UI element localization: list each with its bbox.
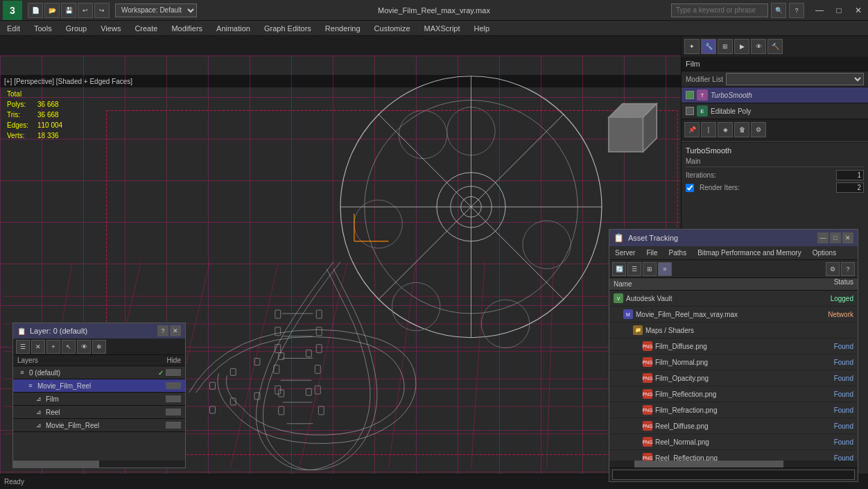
at-row-10[interactable]: PNG Reel_Reflection.png Found — [609, 450, 858, 461]
configure-btn[interactable]: ⚙ — [751, 122, 766, 137]
lp-row-vis-3[interactable] — [166, 409, 181, 415]
modifier-editable-poly[interactable]: E Editable Poly — [682, 103, 868, 119]
at-row-7[interactable]: PNG Film_Refraction.png Found — [609, 402, 858, 418]
menu-views[interactable]: Views — [94, 21, 128, 36]
menu-animation[interactable]: Animation — [209, 21, 257, 36]
at-row-0[interactable]: V Autodesk Vault Logged — [609, 291, 858, 307]
search-btn[interactable]: 🔍 — [771, 3, 786, 18]
at-refresh-btn[interactable]: 🔄 — [612, 262, 626, 276]
lp-row-2[interactable]: ⊿ Film — [13, 393, 185, 406]
rpanel-display-icon[interactable]: 👁 — [751, 39, 766, 54]
lp-help-btn[interactable]: ? — [157, 325, 168, 336]
ts-iterations-input[interactable] — [836, 170, 864, 180]
lp-row-vis-4[interactable] — [166, 422, 181, 429]
at-minimize-btn[interactable]: — — [817, 232, 828, 243]
at-row-4[interactable]: PNG Film_Normal.png Found — [609, 354, 858, 370]
at-list-btn[interactable]: ☰ — [627, 262, 641, 276]
lp-add-btn[interactable]: + — [46, 340, 60, 354]
menu-edit[interactable]: Edit — [0, 21, 27, 36]
asset-tracking-window: 📋 Asset Tracking — □ ✕ Server File Paths… — [609, 229, 858, 482]
at-row-2[interactable]: 📁 Maps / Shaders — [609, 323, 858, 338]
lp-freeze-btn[interactable]: ❄ — [92, 340, 106, 354]
at-status-input[interactable] — [612, 470, 855, 480]
at-menu-file[interactable]: File — [641, 246, 663, 260]
menu-modifiers[interactable]: Modifiers — [164, 21, 209, 36]
at-help-btn[interactable]: ? — [841, 262, 855, 276]
lp-row-vis-0[interactable] — [166, 369, 181, 376]
lp-row-0[interactable]: ≡ 0 (default) ✓ — [13, 366, 185, 379]
menu-rendering[interactable]: Rendering — [318, 21, 367, 36]
at-menu-server[interactable]: Server — [609, 246, 641, 260]
at-settings-btn[interactable]: ⚙ — [826, 262, 840, 276]
menu-maxscript[interactable]: MAXScript — [417, 21, 467, 36]
at-row-icon-1: M — [623, 309, 633, 319]
show-end-btn[interactable]: | — [701, 122, 716, 137]
at-row-9[interactable]: PNG Reel_Normal.png Found — [609, 434, 858, 450]
rpanel-create-icon[interactable]: ✦ — [684, 39, 700, 54]
workspace-select[interactable]: Workspace: Default — [115, 3, 197, 17]
search-input[interactable] — [671, 3, 768, 17]
lp-select-btn[interactable]: ↖ — [62, 340, 76, 354]
menu-graph-editors[interactable]: Graph Editors — [257, 21, 318, 36]
make-unique-btn[interactable]: ◈ — [718, 122, 733, 137]
at-maximize-btn[interactable]: □ — [830, 232, 841, 243]
at-menu-bitmap-performance[interactable]: Bitmap Performance and Memory — [692, 246, 807, 260]
lp-row-3[interactable]: ⊿ Reel — [13, 406, 185, 419]
new-btn[interactable]: 📄 — [28, 3, 43, 18]
lp-scrollbar[interactable] — [13, 461, 185, 467]
at-row-5[interactable]: PNG Film_Opacity.png Found — [609, 370, 858, 386]
at-scrollbar-thumb[interactable] — [634, 461, 783, 467]
lp-row-label-4: Movie_Film_Reel — [46, 422, 156, 429]
rpanel-modify-icon[interactable]: 🔧 — [701, 39, 716, 54]
at-row-icon-4: PNG — [643, 357, 652, 367]
lp-close-btn[interactable]: ✕ — [170, 325, 181, 336]
undo-btn[interactable]: ↩ — [78, 3, 93, 18]
lp-hide-btn[interactable]: 👁 — [77, 340, 91, 354]
rpanel-motion-icon[interactable]: ▶ — [734, 39, 749, 54]
close-btn[interactable]: ✕ — [849, 1, 868, 20]
lp-row-1[interactable]: ≡ Movie_Film_Reel — [13, 379, 185, 393]
at-row-8[interactable]: PNG Reel_Diffuse.png Found — [609, 418, 858, 434]
help-btn[interactable]: ? — [789, 3, 804, 18]
menu-customize[interactable]: Customize — [367, 21, 417, 36]
at-table-body: V Autodesk Vault Logged M Movie_Film_Ree… — [609, 291, 858, 461]
menu-group[interactable]: Group — [59, 21, 94, 36]
lp-row-vis-2[interactable] — [166, 395, 181, 402]
minimize-btn[interactable]: — — [810, 1, 829, 20]
at-row-6[interactable]: PNG Film_Reflection.png Found — [609, 386, 858, 402]
redo-btn[interactable]: ↪ — [94, 3, 110, 18]
at-detail-btn[interactable]: ≡ — [658, 262, 672, 276]
at-row-3[interactable]: PNG Film_Diffuse.png Found — [609, 338, 858, 354]
at-close-btn[interactable]: ✕ — [842, 232, 853, 243]
rpanel-utility-icon[interactable]: 🔨 — [767, 39, 783, 54]
turbosmooth-icon: T — [697, 89, 708, 101]
at-row-icon-9: PNG — [643, 437, 652, 447]
modifier-list-dropdown[interactable] — [726, 73, 864, 85]
menu-help[interactable]: Help — [467, 21, 497, 36]
rpanel-hierarchy-icon[interactable]: ⊞ — [718, 39, 733, 54]
svg-rect-35 — [279, 406, 284, 415]
at-grid-btn[interactable]: ⊞ — [643, 262, 657, 276]
lp-row-4[interactable]: ⊿ Movie_Film_Reel — [13, 419, 185, 432]
svg-rect-56 — [279, 390, 284, 397]
ts-renderiters-input[interactable] — [836, 182, 864, 193]
lp-delete-btn[interactable]: ✕ — [31, 340, 45, 354]
turbosmooth-checkbox[interactable] — [686, 91, 694, 99]
modifier-turbosmooth[interactable]: T TurboSmooth — [682, 87, 868, 103]
lp-scrollbar-thumb[interactable] — [13, 461, 99, 467]
menu-tools[interactable]: Tools — [27, 21, 59, 36]
editpoly-checkbox[interactable] — [686, 107, 694, 115]
menu-create[interactable]: Create — [128, 21, 164, 36]
maximize-btn[interactable]: □ — [829, 1, 849, 20]
at-row-1[interactable]: M Movie_Film_Reel_max_vray.max Network — [609, 307, 858, 323]
open-btn[interactable]: 📂 — [44, 3, 60, 18]
lp-row-vis-1[interactable] — [166, 382, 181, 389]
at-menu-options[interactable]: Options — [807, 246, 842, 260]
at-menu-paths[interactable]: Paths — [663, 246, 693, 260]
save-btn[interactable]: 💾 — [61, 3, 76, 18]
pin-stack-btn[interactable]: 📌 — [684, 122, 700, 137]
remove-mod-btn[interactable]: 🗑 — [734, 122, 749, 137]
at-scrollbar[interactable] — [609, 461, 858, 467]
ts-renderiters-checkbox[interactable] — [686, 184, 694, 192]
lp-new-btn[interactable]: ☰ — [16, 340, 30, 354]
